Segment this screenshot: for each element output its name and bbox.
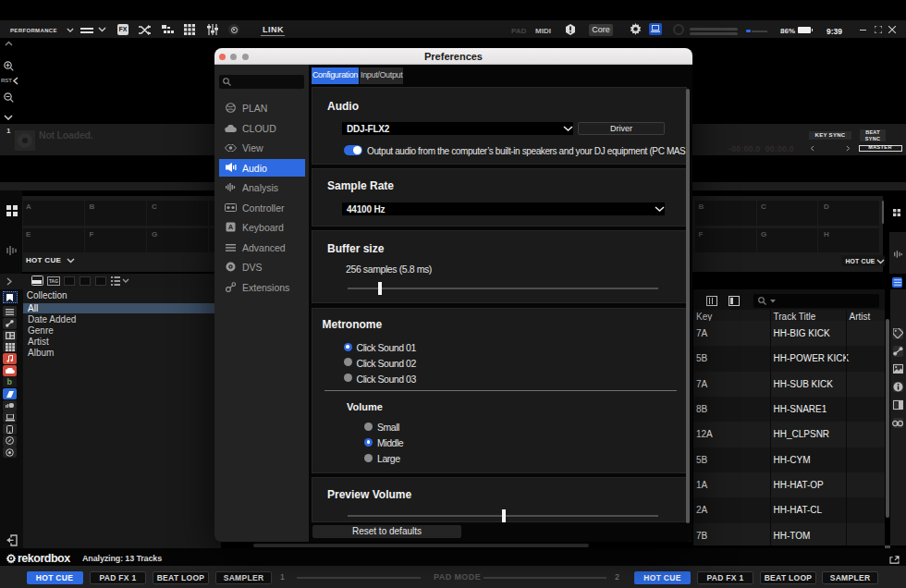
svg-text:A: A	[228, 223, 234, 231]
